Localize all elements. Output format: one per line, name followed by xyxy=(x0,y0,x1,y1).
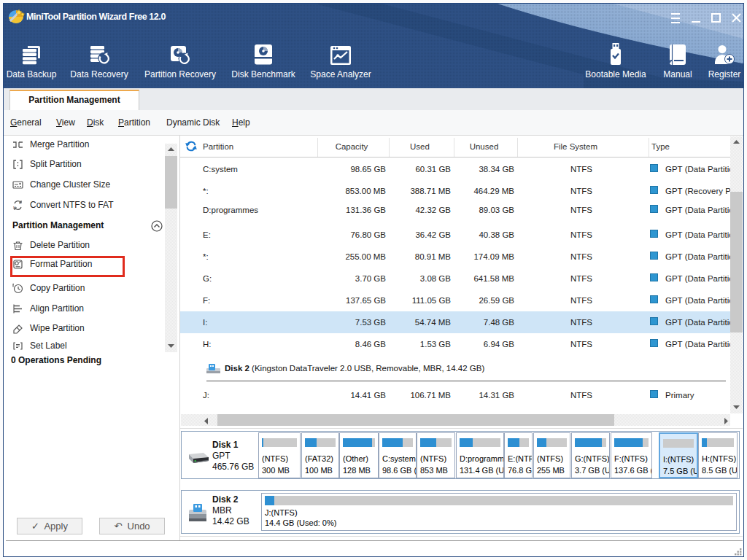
svg-text:N: N xyxy=(13,206,16,210)
svg-text:F: F xyxy=(20,201,23,205)
